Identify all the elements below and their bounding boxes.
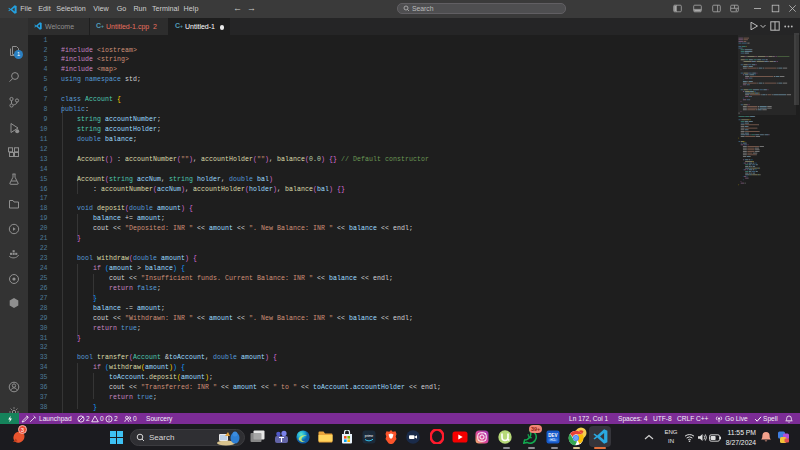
svg-text:prime: prime [365, 434, 374, 438]
svg-text:HCL: HCL [550, 438, 556, 442]
